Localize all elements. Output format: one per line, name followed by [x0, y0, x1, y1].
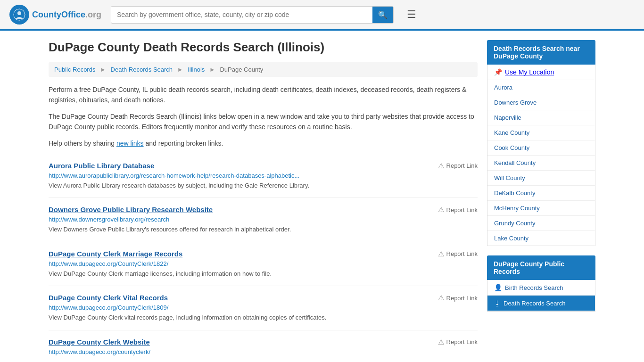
nearby-link-item: Kane County	[487, 125, 595, 140]
report-icon-1: ⚠	[438, 206, 444, 214]
search-button[interactable]: 🔍	[372, 7, 393, 23]
result-item: DuPage County Clerk Website ⚠ Report Lin…	[49, 330, 478, 362]
nearby-link-7[interactable]: DeKalb County	[494, 189, 535, 197]
breadcrumb-dupage: DuPage County	[220, 66, 263, 73]
report-icon-0: ⚠	[438, 162, 444, 170]
description-2: The DuPage County Death Records Search (…	[49, 111, 478, 132]
breadcrumb-public-records[interactable]: Public Records	[54, 66, 95, 73]
page-title: DuPage County Death Records Search (Illi…	[49, 40, 478, 55]
birth-records-link[interactable]: Birth Records Search	[505, 284, 563, 291]
result-title-4[interactable]: DuPage County Clerk Website	[49, 338, 150, 346]
breadcrumb-death-records[interactable]: Death Records Search	[111, 66, 173, 73]
search-input[interactable]	[111, 7, 372, 22]
nearby-link-2[interactable]: Naperville	[494, 114, 521, 121]
report-link-button-4[interactable]: ⚠ Report Link	[438, 338, 478, 346]
svg-point-1	[17, 11, 21, 15]
nearby-link-item: Lake County	[487, 231, 595, 246]
nearby-link-item: DeKalb County	[487, 186, 595, 201]
report-icon-3: ⚠	[438, 294, 444, 302]
download-icon: ⭳	[494, 299, 501, 307]
public-records-section: DuPage County Public Records 👤 Birth Rec…	[487, 255, 595, 312]
nearby-link-item: Aurora	[487, 80, 595, 95]
report-icon-4: ⚠	[438, 338, 444, 346]
result-url-2: http://www.dupageco.org/CountyClerk/1822…	[49, 260, 478, 267]
nearby-link-4[interactable]: Cook County	[494, 144, 529, 151]
nearby-link-3[interactable]: Kane County	[494, 129, 529, 136]
nearby-link-8[interactable]: McHenry County	[494, 205, 540, 212]
result-desc-1: View Downers Grove Public Library's reso…	[49, 225, 478, 234]
nearby-link-item: Downers Grove	[487, 95, 595, 110]
use-location-item: 📌 Use My Location	[487, 65, 595, 80]
result-url-3: http://www.dupageco.org/CountyClerk/1809…	[49, 304, 478, 311]
location-pin-icon: 📌	[494, 68, 502, 76]
nearby-link-10[interactable]: Lake County	[494, 235, 528, 242]
breadcrumb-sep-1: ►	[100, 66, 106, 73]
result-title-2[interactable]: DuPage County Clerk Marriage Records	[49, 250, 182, 258]
death-records-item[interactable]: ⭳ Death Records Search	[487, 296, 595, 311]
result-desc-0: View Aurora Public Library research data…	[49, 181, 478, 190]
report-icon-2: ⚠	[438, 250, 444, 258]
report-label-3: Report Link	[446, 295, 478, 302]
result-title-3[interactable]: DuPage County Clerk Vital Records	[49, 294, 168, 302]
content-area: DuPage County Death Records Search (Illi…	[49, 40, 478, 362]
results-list: Aurora Public Library Database ⚠ Report …	[49, 154, 478, 362]
death-records-link[interactable]: Death Records Search	[504, 300, 566, 307]
main-container: DuPage County Death Records Search (Illi…	[39, 31, 605, 362]
public-records-title: DuPage County Public Records	[487, 255, 595, 280]
description-3-suffix: and reporting broken links.	[144, 140, 223, 147]
nearby-links-container: 📌 Use My Location AuroraDowners GroveNap…	[487, 65, 595, 246]
result-url-1: http://www.downersgrovelibrary.org/resea…	[49, 216, 478, 223]
new-links-link[interactable]: new links	[116, 140, 144, 147]
person-icon: 👤	[494, 284, 502, 291]
report-label-4: Report Link	[446, 338, 478, 346]
report-link-button-3[interactable]: ⚠ Report Link	[438, 294, 478, 302]
nearby-section: Death Records Search near DuPage County …	[487, 40, 595, 246]
nearby-links-list: AuroraDowners GroveNapervilleKane County…	[487, 80, 595, 246]
result-desc-2: View DuPage County Clerk marriage licens…	[49, 269, 478, 279]
use-location-link[interactable]: Use My Location	[505, 68, 554, 76]
result-url-0: http://www.aurorapubliclibrary.org/resea…	[49, 172, 478, 179]
nearby-section-title: Death Records Search near DuPage County	[487, 40, 595, 65]
report-label-1: Report Link	[446, 206, 478, 214]
breadcrumb-sep-3: ►	[209, 66, 215, 73]
nearby-link-6[interactable]: Will County	[494, 174, 525, 181]
report-label-2: Report Link	[446, 250, 478, 257]
logo[interactable]: CountyOffice.org	[9, 5, 101, 25]
nearby-link-item: Naperville	[487, 110, 595, 125]
report-label-0: Report Link	[446, 162, 478, 169]
search-bar: 🔍	[111, 6, 394, 24]
description-3-prefix: Help others by sharing	[49, 140, 116, 147]
result-desc-3: View DuPage County Clerk vital records p…	[49, 313, 478, 322]
nearby-link-item: Grundy County	[487, 216, 595, 231]
result-title-1[interactable]: Downers Grove Public Library Research We…	[49, 206, 213, 214]
result-item: DuPage County Clerk Vital Records ⚠ Repo…	[49, 286, 478, 330]
description-3: Help others by sharing new links and rep…	[49, 138, 478, 148]
result-item: DuPage County Clerk Marriage Records ⚠ R…	[49, 242, 478, 287]
breadcrumb: Public Records ► Death Records Search ► …	[49, 62, 478, 77]
nearby-link-item: Will County	[487, 171, 595, 186]
site-header: CountyOffice.org 🔍 ☰	[0, 0, 644, 31]
result-item: Downers Grove Public Library Research We…	[49, 198, 478, 242]
report-link-button-1[interactable]: ⚠ Report Link	[438, 206, 478, 214]
search-icon: 🔍	[378, 11, 388, 19]
nearby-link-item: Kendall County	[487, 156, 595, 171]
nearby-link-item: McHenry County	[487, 201, 595, 216]
report-link-button-2[interactable]: ⚠ Report Link	[438, 250, 478, 258]
logo-text: CountyOffice.org	[32, 10, 101, 20]
result-title-0[interactable]: Aurora Public Library Database	[49, 162, 154, 170]
nearby-link-0[interactable]: Aurora	[494, 84, 512, 91]
breadcrumb-sep-2: ►	[177, 66, 183, 73]
breadcrumb-illinois[interactable]: Illinois	[188, 66, 205, 73]
hamburger-menu-button[interactable]: ☰	[403, 7, 420, 23]
public-records-links-container: 👤 Birth Records Search ⭳ Death Records S…	[487, 280, 595, 312]
description-1: Perform a free DuPage County, IL public …	[49, 84, 478, 106]
sidebar: Death Records Search near DuPage County …	[487, 40, 595, 362]
nearby-link-5[interactable]: Kendall County	[494, 159, 536, 166]
logo-icon	[9, 5, 29, 25]
report-link-button-0[interactable]: ⚠ Report Link	[438, 162, 478, 170]
result-item: Aurora Public Library Database ⚠ Report …	[49, 154, 478, 198]
nearby-link-1[interactable]: Downers Grove	[494, 99, 537, 106]
birth-records-item[interactable]: 👤 Birth Records Search	[487, 280, 595, 296]
nearby-link-9[interactable]: Grundy County	[494, 220, 535, 227]
nearby-link-item: Cook County	[487, 140, 595, 156]
